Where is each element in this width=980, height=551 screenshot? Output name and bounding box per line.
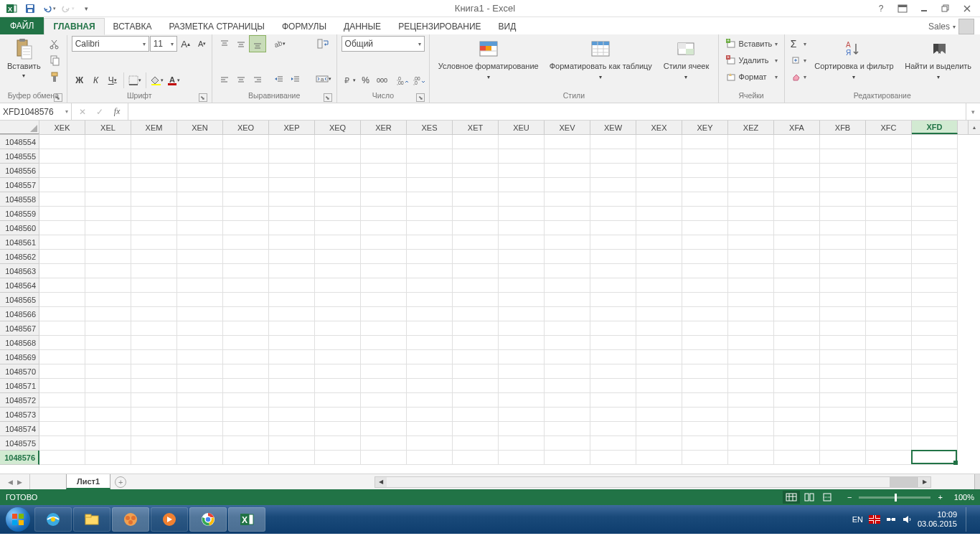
cell[interactable] <box>85 207 131 221</box>
cell[interactable] <box>223 436 269 451</box>
cell-styles-button[interactable]: Стили ячеек ▾ <box>659 36 713 83</box>
cell[interactable] <box>453 164 499 178</box>
cell[interactable] <box>728 336 774 350</box>
cell[interactable] <box>453 135 499 149</box>
column-header[interactable]: XEO <box>223 121 269 134</box>
cell[interactable] <box>820 379 866 393</box>
cell[interactable] <box>131 250 177 264</box>
cell[interactable] <box>682 235 728 250</box>
cell[interactable] <box>866 264 912 278</box>
cell[interactable] <box>774 164 820 178</box>
cell[interactable] <box>636 250 682 264</box>
cell[interactable] <box>636 393 682 408</box>
cell[interactable] <box>223 135 269 149</box>
language-indicator[interactable]: EN <box>852 515 863 524</box>
cell[interactable] <box>590 192 636 207</box>
cell[interactable] <box>545 408 590 422</box>
cell[interactable] <box>39 451 85 465</box>
cell[interactable] <box>85 307 131 321</box>
cell[interactable] <box>177 393 223 408</box>
cell[interactable] <box>728 293 774 307</box>
cell[interactable] <box>545 293 590 307</box>
cell[interactable] <box>453 178 499 192</box>
formula-input[interactable] <box>128 103 966 120</box>
row-header[interactable]: 1048554 <box>0 135 39 149</box>
delete-cells-button[interactable]: ×Удалить▾ <box>723 52 781 68</box>
cell[interactable] <box>682 321 728 336</box>
normal-view-icon[interactable] <box>783 491 800 504</box>
cell[interactable] <box>269 451 315 465</box>
cell[interactable] <box>361 379 407 393</box>
cell[interactable] <box>269 307 315 321</box>
cell[interactable] <box>453 436 499 451</box>
cell[interactable] <box>682 364 728 379</box>
cell[interactable] <box>728 451 774 465</box>
cell[interactable] <box>866 192 912 207</box>
taskbar-explorer-icon[interactable] <box>73 507 110 532</box>
cell[interactable] <box>223 350 269 364</box>
cell[interactable] <box>177 321 223 336</box>
cell[interactable] <box>407 164 453 178</box>
cell[interactable] <box>407 135 453 149</box>
row-header[interactable]: 1048561 <box>0 235 39 250</box>
column-header[interactable]: XFC <box>866 121 912 134</box>
cell[interactable] <box>499 307 545 321</box>
cell[interactable] <box>682 408 728 422</box>
tray-volume-icon[interactable] <box>902 514 912 524</box>
cell[interactable] <box>131 164 177 178</box>
cell[interactable] <box>820 278 866 293</box>
cell[interactable] <box>866 307 912 321</box>
cell[interactable] <box>820 451 866 465</box>
increase-indent-icon[interactable] <box>288 72 303 88</box>
cell[interactable] <box>131 178 177 192</box>
tab-home[interactable]: ГЛАВНАЯ <box>44 18 104 35</box>
scroll-left-icon[interactable]: ◀ <box>375 477 387 487</box>
cell[interactable] <box>361 221 407 235</box>
qat-customize-icon[interactable]: ▾ <box>77 1 95 17</box>
cell[interactable] <box>223 321 269 336</box>
cell[interactable] <box>499 207 545 221</box>
cell[interactable] <box>912 278 958 293</box>
select-all-corner[interactable] <box>0 121 39 134</box>
cell[interactable] <box>39 278 85 293</box>
cell[interactable] <box>361 451 407 465</box>
cell[interactable] <box>820 364 866 379</box>
cell[interactable] <box>177 451 223 465</box>
cell[interactable] <box>636 321 682 336</box>
cell[interactable] <box>131 408 177 422</box>
cell[interactable] <box>407 221 453 235</box>
cell[interactable] <box>39 178 85 192</box>
cell[interactable] <box>866 135 912 149</box>
cell[interactable] <box>682 336 728 350</box>
cell[interactable] <box>453 364 499 379</box>
cell[interactable] <box>820 436 866 451</box>
font-dialog-icon[interactable]: ⬊ <box>199 93 207 102</box>
cell[interactable] <box>774 321 820 336</box>
align-right-icon[interactable] <box>250 72 265 88</box>
increase-decimal-icon[interactable]: ,0,00 <box>395 72 410 88</box>
cell[interactable] <box>636 264 682 278</box>
cell[interactable] <box>85 192 131 207</box>
cell[interactable] <box>39 235 85 250</box>
cell[interactable] <box>85 264 131 278</box>
cell[interactable] <box>407 408 453 422</box>
cell[interactable] <box>866 207 912 221</box>
cell[interactable] <box>636 307 682 321</box>
cell[interactable] <box>866 178 912 192</box>
cell[interactable] <box>39 436 85 451</box>
tab-review[interactable]: РЕЦЕНЗИРОВАНИЕ <box>390 17 489 34</box>
cell[interactable] <box>728 207 774 221</box>
cell[interactable] <box>499 364 545 379</box>
cell[interactable] <box>177 135 223 149</box>
cell[interactable] <box>590 393 636 408</box>
show-desktop-button[interactable] <box>966 507 974 532</box>
underline-button[interactable]: Ч▾ <box>105 72 121 88</box>
cell[interactable] <box>682 293 728 307</box>
insert-cells-button[interactable]: +Вставить▾ <box>723 36 781 52</box>
number-dialog-icon[interactable]: ⬊ <box>416 93 425 102</box>
cell[interactable] <box>269 379 315 393</box>
cell[interactable] <box>820 350 866 364</box>
cell[interactable] <box>269 192 315 207</box>
number-format-combo[interactable]: Общий▾ <box>341 36 425 52</box>
tab-page-layout[interactable]: РАЗМЕТКА СТРАНИЦЫ <box>160 17 273 34</box>
